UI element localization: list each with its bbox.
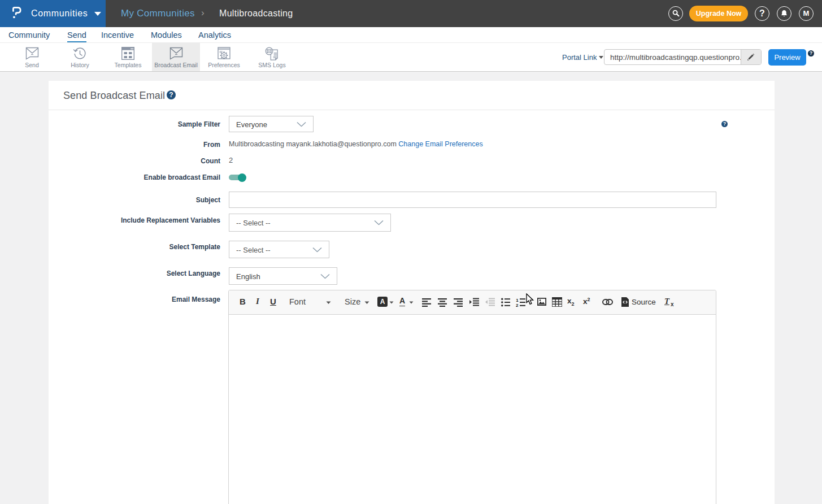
svg-text:1: 1	[516, 298, 519, 303]
svg-text:2: 2	[516, 303, 519, 307]
